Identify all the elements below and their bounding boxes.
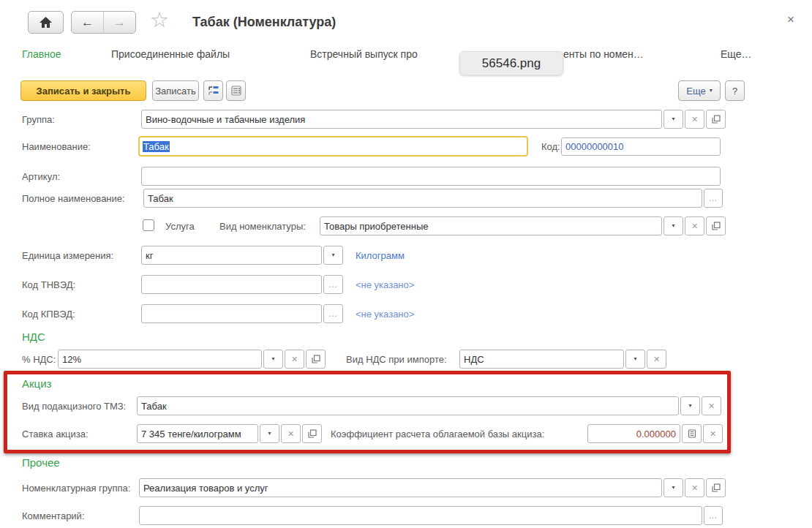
nomenclature-group-dropdown-button[interactable]: ▾	[663, 478, 683, 497]
group-field[interactable]: Вино-водочные и табачные изделия	[141, 110, 662, 129]
vat-percent-clear-button[interactable]: ✕	[285, 350, 304, 369]
excise-coefficient-clear-button[interactable]: ✕	[703, 424, 723, 443]
code-field[interactable]: 00000000010	[561, 137, 721, 156]
group-open-button[interactable]	[706, 110, 726, 129]
calculator-icon	[688, 429, 696, 438]
vat-import-label: Вид НДС при импорте:	[346, 354, 447, 365]
clear-icon: ✕	[287, 430, 294, 438]
tnved-label: Код ТНВЭД:	[22, 279, 75, 290]
save-and-close-button[interactable]: Записать и закрыть	[20, 80, 146, 101]
list-icon	[231, 86, 241, 96]
excise-type-field[interactable]: Табак	[137, 396, 679, 415]
excise-coefficient-calculator-button[interactable]	[682, 424, 702, 443]
back-arrow-icon: ←	[81, 16, 94, 29]
nomenclature-type-clear-button[interactable]: ✕	[685, 216, 704, 235]
more-button-label: Еще	[686, 86, 705, 97]
vat-import-clear-button[interactable]: ✕	[647, 350, 666, 369]
nomenclature-type-field[interactable]: Товары приобретенные	[320, 216, 662, 235]
subordination-structure-button[interactable]	[203, 80, 223, 101]
vat-import-dropdown-button[interactable]: ▾	[625, 350, 645, 369]
page-title: Табак (Номенклатура)	[192, 15, 336, 30]
excise-coefficient-field[interactable]: 0.000000	[587, 424, 680, 443]
unit-kilogram-link[interactable]: Килограмм	[356, 250, 405, 261]
comment-label: Комментарий:	[22, 510, 85, 521]
excise-rate-field[interactable]: 7 345 тенге/килограмм	[137, 424, 258, 443]
close-icon[interactable]: ×	[787, 13, 794, 26]
excise-rate-dropdown-button[interactable]: ▾	[260, 424, 279, 443]
chevron-down-icon: ▾	[634, 356, 636, 362]
forward-arrow-icon: →	[113, 16, 126, 29]
nomenclature-type-label: Вид номенклатуры:	[219, 221, 306, 232]
dragged-filename-label: 56546.png	[482, 56, 541, 71]
nomenclature-type-dropdown-button[interactable]: ▾	[663, 216, 683, 235]
name-field[interactable]: Табак	[138, 136, 528, 156]
vat-percent-open-button[interactable]	[306, 350, 326, 369]
kpved-field[interactable]	[141, 304, 322, 323]
ellipsis-icon: …	[709, 511, 718, 520]
kpved-ellipsis-button[interactable]: …	[323, 304, 343, 323]
nomenclature-card-window: ← → ☆ Табак (Номенклатура) × Главное При…	[0, 0, 812, 528]
back-button[interactable]: ←	[72, 12, 104, 33]
tnved-ellipsis-button[interactable]: …	[323, 275, 343, 294]
open-in-window-icon	[712, 222, 721, 230]
clear-icon: ✕	[291, 355, 298, 363]
list-settings-button[interactable]	[226, 80, 246, 101]
excise-type-clear-button[interactable]: ✕	[702, 396, 721, 415]
vat-percent-label: % НДС:	[22, 354, 56, 365]
comment-ellipsis-button[interactable]: …	[704, 506, 723, 525]
vat-percent-dropdown-button[interactable]: ▾	[263, 350, 283, 369]
chevron-down-icon: ▾	[672, 485, 674, 491]
full-name-ellipsis-button[interactable]: …	[704, 189, 723, 208]
tab-attached-files[interactable]: Присоединенные файлы	[111, 48, 230, 60]
chevron-down-icon: ▾	[331, 252, 334, 258]
ellipsis-icon: …	[328, 309, 338, 318]
excise-rate-clear-button[interactable]: ✕	[281, 424, 301, 443]
article-field[interactable]	[141, 167, 721, 186]
excise-rate-label: Ставка акциза:	[22, 429, 89, 440]
unit-field[interactable]: кг	[141, 246, 322, 265]
chevron-down-icon: ▾	[672, 223, 674, 229]
code-label: Код:	[541, 141, 560, 152]
nomenclature-type-open-button[interactable]	[706, 216, 726, 235]
open-in-window-icon	[712, 483, 721, 492]
nomenclature-group-clear-button[interactable]: ✕	[685, 478, 704, 497]
service-checkbox[interactable]	[143, 219, 154, 231]
ellipsis-icon: …	[709, 194, 718, 203]
help-button[interactable]: ?	[725, 80, 745, 101]
vat-percent-field[interactable]: 12%	[58, 350, 262, 369]
tnved-not-specified-link[interactable]: <не указано>	[356, 279, 414, 290]
comment-field[interactable]	[139, 506, 702, 525]
group-clear-button[interactable]: ✕	[685, 110, 704, 129]
unit-dropdown-button[interactable]: ▾	[323, 246, 343, 265]
unit-label: Единица измерения:	[22, 250, 113, 261]
tab-more[interactable]: Еще…	[721, 48, 752, 60]
group-dropdown-button[interactable]: ▾	[663, 110, 683, 129]
home-icon	[40, 17, 52, 28]
excise-coefficient-label: Коэффициент расчета облагаемой базы акци…	[331, 429, 544, 440]
full-name-label: Полное наименование:	[22, 193, 125, 204]
chevron-down-icon: ▾	[268, 431, 271, 437]
clear-icon: ✕	[691, 484, 698, 492]
full-name-field[interactable]: Табак	[143, 189, 702, 208]
excise-rate-open-button[interactable]	[302, 424, 322, 443]
home-button[interactable]	[28, 11, 64, 34]
open-in-window-icon	[308, 429, 317, 438]
vat-section-header: НДС	[22, 331, 45, 343]
tab-main[interactable]: Главное	[22, 48, 61, 60]
more-button[interactable]: Еще ▾	[678, 80, 721, 101]
tnved-field[interactable]	[141, 275, 322, 294]
excise-section-header: Акциз	[22, 377, 51, 390]
tab-counter-output[interactable]: Встречный выпуск про	[310, 48, 418, 60]
tab-documents-by-nomenclature[interactable]: енты по номен…	[563, 48, 644, 60]
vat-import-field[interactable]: НДС	[459, 350, 624, 369]
article-label: Артикул:	[22, 171, 60, 182]
excise-type-dropdown-button[interactable]: ▾	[680, 396, 700, 415]
chevron-down-icon: ▾	[710, 88, 713, 94]
forward-button[interactable]: →	[104, 12, 135, 33]
nomenclature-group-field[interactable]: Реализация товаров и услуг	[139, 478, 662, 497]
favorite-star-icon[interactable]: ☆	[150, 10, 169, 31]
nomenclature-group-open-button[interactable]	[706, 478, 726, 497]
kpved-not-specified-link[interactable]: <не указано>	[356, 309, 414, 320]
save-button[interactable]: Записать	[152, 80, 199, 101]
ellipsis-icon: …	[328, 280, 338, 289]
